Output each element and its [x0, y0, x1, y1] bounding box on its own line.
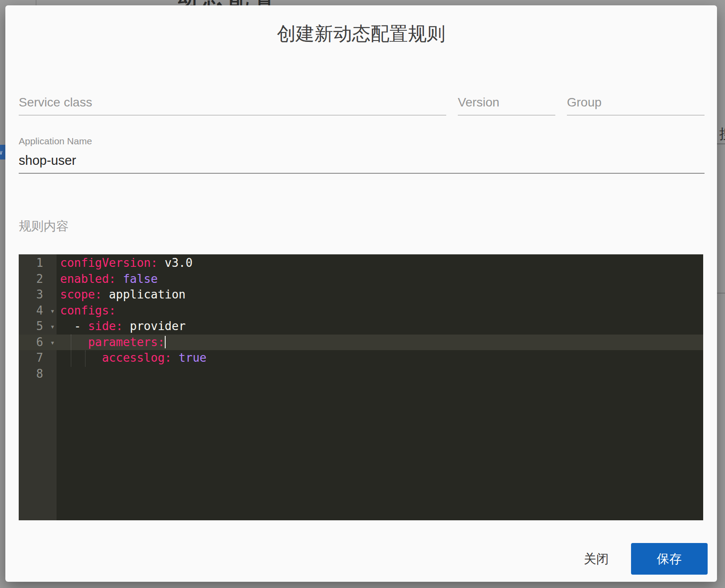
code-line-text: parameters: [57, 335, 166, 351]
code-line[interactable]: 6▾ parameters: [19, 335, 703, 351]
rule-content-label: 规则内容 [19, 218, 69, 235]
code-line-text: enabled: false [57, 271, 158, 287]
version-field [458, 90, 555, 115]
line-number: 7 [19, 350, 57, 366]
service-class-field [19, 90, 446, 115]
line-number: 6▾ [19, 335, 57, 351]
application-name-input[interactable] [19, 149, 705, 172]
code-token: accesslog: [102, 351, 172, 364]
code-token: provider [123, 319, 186, 333]
line-number: 2 [19, 271, 57, 287]
code-editor-lines: 1configVersion: v3.02enabled: false3scop… [19, 255, 703, 382]
code-token [60, 335, 88, 349]
code-line-text: - side: provider [57, 318, 186, 335]
line-number: 3 [19, 287, 57, 303]
fold-arrow-icon[interactable]: ▾ [50, 335, 55, 351]
code-token: true [171, 351, 206, 364]
service-class-input[interactable] [19, 95, 446, 115]
line-number: 1 [19, 255, 57, 271]
code-token: application [102, 288, 186, 301]
code-token [60, 351, 102, 364]
fold-arrow-icon[interactable]: ▾ [50, 319, 55, 335]
line-number: 8 [19, 366, 57, 382]
code-line-text: configVersion: v3.0 [57, 255, 192, 271]
code-line[interactable]: 4▾configs: [19, 303, 703, 319]
indent-guide [71, 335, 71, 367]
code-line[interactable]: 7 accesslog: true [19, 350, 703, 366]
code-token: false [116, 272, 158, 286]
line-number: 5▾ [19, 318, 57, 335]
code-token: side: [88, 319, 123, 333]
code-editor[interactable]: 1configVersion: v3.02enabled: false3scop… [19, 254, 703, 520]
version-input[interactable] [458, 95, 555, 115]
dialog-actions: 关闭 保存 [568, 543, 708, 575]
code-token: parameters: [88, 335, 165, 349]
background-right-text-fragment: 搜 [719, 125, 725, 141]
code-token: enabled: [60, 272, 116, 286]
close-button[interactable]: 关闭 [568, 543, 625, 575]
group-field [567, 90, 705, 115]
fold-arrow-icon[interactable]: ▾ [50, 303, 55, 319]
code-line[interactable]: 3scope: application [19, 287, 703, 303]
code-token: - [60, 319, 88, 333]
code-line-text: accesslog: true [57, 350, 207, 366]
code-line-text [57, 366, 60, 382]
code-line[interactable]: 5▾ - side: provider [19, 318, 703, 335]
code-line[interactable]: 2enabled: false [19, 271, 703, 287]
group-input[interactable] [567, 95, 705, 115]
code-token: scope: [60, 288, 102, 301]
application-name-field [19, 149, 705, 174]
code-token: v3.0 [158, 256, 192, 270]
create-rule-dialog: 创建新动态配置规则 Application Name 规则内容 1configV… [5, 5, 717, 582]
code-line-text: configs: [57, 303, 116, 319]
application-name-label: Application Name [19, 136, 92, 147]
code-line-text: scope: application [57, 287, 186, 303]
background-divider-line [717, 293, 725, 294]
service-fields-row [19, 90, 705, 115]
code-token: configs: [60, 304, 116, 317]
background-divider-line [717, 143, 725, 144]
code-token: configVersion: [60, 256, 158, 270]
code-line[interactable]: 8 [19, 366, 703, 382]
dialog-title: 创建新动态配置规则 [5, 21, 717, 46]
line-number: 4▾ [19, 303, 57, 319]
indent-guide [85, 351, 86, 367]
save-button[interactable]: 保存 [631, 543, 708, 575]
code-line[interactable]: 1configVersion: v3.0 [19, 255, 703, 271]
text-cursor [165, 336, 166, 348]
